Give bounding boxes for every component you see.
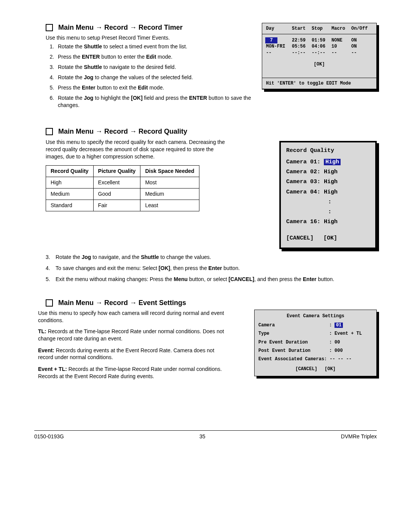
steps-list: Rotate the Shuttle to select a timed eve… xyxy=(46,43,254,109)
footer-right: DVMRe Triplex xyxy=(341,433,377,440)
intro-text: Use this menu to setup Preset Record Tim… xyxy=(46,34,254,42)
cancel-button[interactable]: [CANCEL] xyxy=(286,235,314,242)
record-timer-panel: Day Start Stop Macro On/Off 722:5901:59N… xyxy=(262,23,377,89)
ok-button[interactable]: [OK] xyxy=(323,235,337,242)
heading-record-timer: Main Menu → Record → Record Timer xyxy=(58,23,183,32)
section-record-timer: Main Menu → Record → Record Timer Use th… xyxy=(34,23,377,112)
intro-text: Use this menu to specify how each camera… xyxy=(38,310,228,324)
record-quality-panel: Record Quality Camera 01: HighCamera 02:… xyxy=(279,141,377,249)
footer-center: 35 xyxy=(199,433,206,440)
timer-footer: Hit 'ENTER' to toggle EDIT Mode xyxy=(262,78,376,89)
checkbox-icon xyxy=(46,24,53,31)
heading-record-quality: Main Menu → Record → Record Quality xyxy=(58,127,187,136)
checkbox-icon xyxy=(46,299,53,307)
steps-list: 3.Rotate the Jog to navigate, and the Sh… xyxy=(46,254,377,283)
intro-text: Use this menu to specify the record qual… xyxy=(46,139,228,160)
footer-left: 0150-0193G xyxy=(34,433,64,440)
checkbox-icon xyxy=(46,128,53,135)
cancel-button[interactable]: [CANCEL] xyxy=(295,366,317,372)
ok-button[interactable]: [OK] xyxy=(325,366,336,372)
quality-table: Record QualityPicture QualityDisk Space … xyxy=(46,165,199,211)
event-settings-panel: Event Camera Settings Camera:01Type:Even… xyxy=(254,310,377,376)
section-record-quality: Main Menu → Record → Record Quality Use … xyxy=(34,127,377,283)
ok-button[interactable]: [OK] xyxy=(266,61,373,67)
section-event-settings: Main Menu → Record → Event Settings Use … xyxy=(34,298,377,385)
heading-event-settings: Main Menu → Record → Event Settings xyxy=(58,298,186,307)
page-footer: 0150-0193G 35 DVMRe Triplex xyxy=(34,430,377,440)
